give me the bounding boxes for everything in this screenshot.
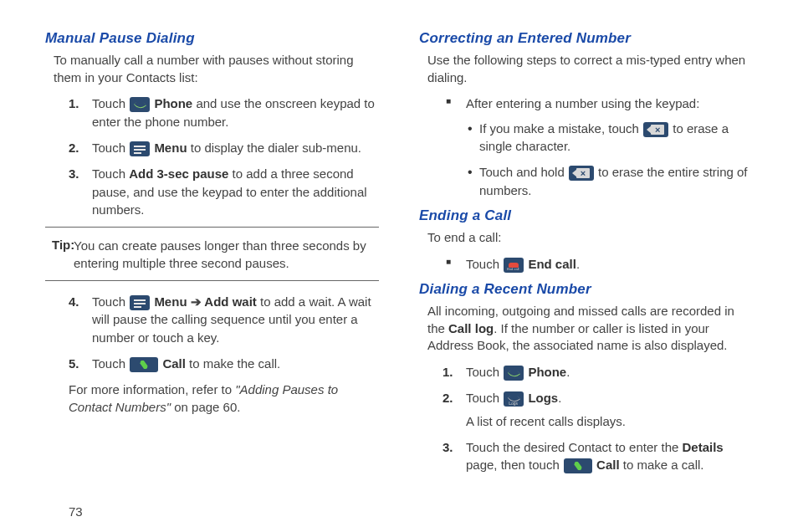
bullet-after-entering: After entering a number using the keypad… xyxy=(442,95,753,198)
bold-menu: Menu xyxy=(154,294,187,309)
heading-dialing-recent: Dialing a Recent Number xyxy=(419,281,753,298)
step-4: 4. Touch Menu ➔ Add wait to add a wait. … xyxy=(69,293,379,346)
bold-logs: Logs xyxy=(528,391,558,405)
intro-correcting: Use the following steps to correct a mis… xyxy=(427,52,753,86)
step-text-pre: Touch xyxy=(92,294,129,309)
recent-note: A list of recent calls displays. xyxy=(442,412,753,430)
closing-post: on page 60. xyxy=(171,400,240,414)
bold-end-call: End call xyxy=(528,257,576,271)
call-icon xyxy=(130,357,158,372)
steps-list-recent-3: 3. Touch the desired Contact to enter th… xyxy=(442,438,753,474)
step-pre: Touch xyxy=(466,365,503,379)
phone-icon xyxy=(130,97,150,112)
intro-dialing-recent: All incoming, outgoing and missed calls … xyxy=(427,303,753,355)
bold-phone: Phone xyxy=(154,96,192,110)
step-post: . xyxy=(558,391,561,405)
bold-details: Details xyxy=(683,440,724,454)
step-number: 5. xyxy=(69,355,79,372)
intro-text: To manually call a number with pauses wi… xyxy=(54,52,379,86)
sub-bullet-hold: Touch and hold to erase the entire strin… xyxy=(468,163,753,199)
step-3: 3. Touch Add 3-sec pause to add a three … xyxy=(69,165,379,218)
recent-step-1: 1. Touch Phone. xyxy=(442,363,753,381)
arrow-icon: ➔ xyxy=(187,294,205,309)
end-call-icon xyxy=(504,258,524,273)
step-text-post: to display the dialer sub-menu. xyxy=(187,141,361,155)
step-post: to make a call. xyxy=(620,458,704,472)
step-post: . xyxy=(566,365,570,379)
bullet-text: After entering a number using the keypad… xyxy=(466,96,699,110)
step-1: 1. Touch Phone and use the onscreen keyp… xyxy=(69,95,379,130)
step-pre: Touch xyxy=(466,391,503,405)
menu-icon xyxy=(130,141,150,156)
step-text-pre: Touch xyxy=(92,166,129,181)
step-2: 2. Touch Menu to display the dialer sub-… xyxy=(69,139,379,156)
delete-icon xyxy=(643,122,668,137)
step-text-pre: Touch xyxy=(92,356,129,371)
right-column: Correcting an Entered Number Use the fol… xyxy=(419,30,753,517)
bold-call: Call xyxy=(162,356,186,371)
step-text-pre: Touch xyxy=(92,96,129,110)
menu-icon xyxy=(130,295,150,310)
tip-box: Tip: You can create pauses longer than t… xyxy=(45,227,379,281)
delete-icon xyxy=(569,166,594,181)
phone-icon xyxy=(504,366,524,381)
steps-list-1: 1. Touch Phone and use the onscreen keyp… xyxy=(69,95,379,218)
logs-icon xyxy=(504,391,524,407)
closing-pre: For more information, refer to xyxy=(69,382,235,396)
bullet-end-call: Touch End call. xyxy=(442,255,753,273)
intro-ending: To end a call: xyxy=(427,229,753,247)
tip-text: You can create pauses longer than three … xyxy=(52,237,379,272)
sub-bullet-mistake: If you make a mistake, touch to erase a … xyxy=(468,120,753,156)
bold-call: Call xyxy=(596,458,620,472)
bullet-list-correcting: After entering a number using the keypad… xyxy=(442,95,753,198)
call-icon xyxy=(564,458,592,473)
step-number: 4. xyxy=(69,293,79,310)
bullet-pre: Touch xyxy=(466,257,503,271)
step-text-post: to make the call. xyxy=(186,356,280,371)
step-number: 1. xyxy=(442,363,453,381)
step-number: 1. xyxy=(69,95,79,112)
step-5: 5. Touch Call to make the call. xyxy=(69,355,379,372)
bold-call-log: Call log xyxy=(448,321,494,335)
heading-ending-call: Ending a Call xyxy=(419,207,753,224)
bullet-list-ending: Touch End call. xyxy=(442,255,753,273)
steps-list-2: 4. Touch Menu ➔ Add wait to add a wait. … xyxy=(69,293,379,372)
left-column: Manual Pause Dialing To manually call a … xyxy=(45,30,379,517)
step-text-pre: Touch xyxy=(92,141,129,155)
step-number: 2. xyxy=(69,139,79,156)
recent-step-2: 2. Touch Logs. xyxy=(442,389,753,407)
sub-bullet-list: If you make a mistake, touch to erase a … xyxy=(468,120,753,199)
heading-manual-pause: Manual Pause Dialing xyxy=(45,30,379,47)
step-number: 3. xyxy=(442,438,453,456)
closing-reference: For more information, refer to "Adding P… xyxy=(69,381,379,416)
bold-menu: Menu xyxy=(154,141,187,155)
page-number: 73 xyxy=(69,504,83,519)
step-mid: page, then touch xyxy=(466,458,563,472)
sub-pre: If you make a mistake, touch xyxy=(479,121,642,136)
step-number: 2. xyxy=(442,389,453,407)
bullet-post: . xyxy=(576,257,580,271)
recent-step-3: 3. Touch the desired Contact to enter th… xyxy=(442,438,753,474)
heading-correcting: Correcting an Entered Number xyxy=(419,30,753,47)
bold-phone: Phone xyxy=(528,365,566,379)
sub-pre: Touch and hold xyxy=(479,165,568,179)
tip-label: Tip: xyxy=(52,238,74,252)
bold-add-wait: Add wait xyxy=(204,294,257,309)
step-number: 3. xyxy=(69,165,79,182)
bold-pause: Add 3-sec pause xyxy=(129,166,228,181)
steps-list-recent: 1. Touch Phone. 2. Touch Logs. xyxy=(442,363,753,407)
step-pre: Touch the desired Contact to enter the xyxy=(466,440,683,454)
